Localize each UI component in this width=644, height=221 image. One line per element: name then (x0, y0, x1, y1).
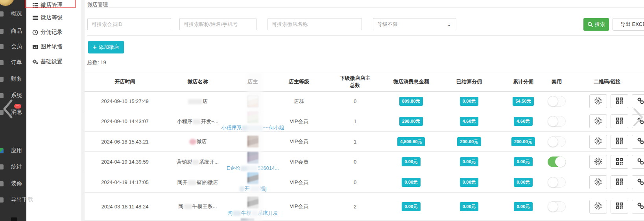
owner-link[interactable]: 开福] (239, 185, 267, 192)
disable-toggle[interactable] (548, 201, 566, 212)
text-segment: 开 (245, 186, 250, 192)
store-name-cell: 微店 (165, 132, 230, 152)
accrued-commission-cell: 54.50元 (504, 92, 543, 111)
submenu-item-5[interactable]: 基础设置 (26, 57, 82, 66)
miniprogram-qr-button[interactable] (589, 94, 607, 108)
miniprogram-qr-button[interactable] (589, 155, 607, 169)
submenu-item-1-active[interactable]: 微店管理 (26, 1, 82, 9)
submenu-item-4[interactable]: 图片轮播 (26, 42, 82, 51)
disable-toggle[interactable] (548, 96, 566, 107)
miniprogram-qr-icon (594, 157, 602, 167)
member-id-search-input[interactable] (87, 18, 171, 30)
text-segment: 店 (203, 98, 208, 104)
submenu-item-3[interactable]: 分佣记录 (26, 28, 82, 37)
amount-badge: 4,809.80元 (397, 137, 425, 146)
copy-link-button[interactable] (632, 94, 644, 108)
disable-toggle[interactable] (548, 136, 566, 147)
toggle-knob (548, 96, 558, 107)
copy-link-icon (637, 202, 644, 211)
submenu-item-label: 微店管理 (41, 2, 63, 9)
level-select[interactable]: 等级不限 ⌄ (373, 18, 456, 30)
owner-avatar (247, 197, 258, 208)
total-consumption-cell: 0.00元 (388, 172, 435, 193)
store-name-cell: 店 (165, 92, 230, 111)
column-header: 累计分佣 (504, 72, 543, 92)
qr-code-icon (616, 202, 623, 211)
miniprogram-qr-button[interactable] (589, 135, 607, 149)
sidebar-item-3[interactable]: 会员 (0, 42, 26, 51)
export-excel-button[interactable]: 导出 EXCEL (613, 18, 644, 31)
table-row: 2024-09-10 15:27:49店店群0809.80元0.00元54.50… (85, 92, 644, 111)
column-header: 下级微店店主总数 (323, 72, 388, 92)
miniprogram-qr-button[interactable] (589, 200, 607, 214)
toggle-knob (548, 201, 558, 212)
miniprogram-qr-button[interactable] (589, 175, 607, 189)
qr-code-icon (616, 137, 623, 146)
search-button[interactable]: 搜索 (583, 18, 609, 31)
qr-code-button[interactable] (611, 175, 628, 189)
qr-code-button[interactable] (611, 155, 628, 169)
sidebar-item-1[interactable]: 概况 (0, 9, 26, 18)
sidebar-item-2[interactable]: 商品 (0, 27, 26, 35)
qr-code-button[interactable] (611, 94, 628, 108)
column-header: 微店名称 (165, 72, 230, 92)
text-segment: 营销裂 (177, 159, 192, 165)
table-row: 2024-06-18 15:43:21微店VIP会员14,809.80元200.… (85, 132, 644, 152)
disable-cell (543, 152, 570, 172)
panel-gap (82, 0, 85, 221)
owner-cell: 小程序系~~何小姐 (230, 111, 275, 132)
nickname-search-input[interactable] (179, 18, 256, 30)
sidebar-item-8[interactable]: 应用 (0, 146, 26, 155)
filters-divider (87, 35, 644, 36)
copy-link-icon (637, 137, 644, 146)
store-name-cell: 陶牛模王系... (165, 193, 230, 221)
sidebar-item-9[interactable]: 统计 (0, 162, 26, 171)
store-name-cell: 陶开福]的微店 (165, 172, 230, 193)
submenu-item-label: 分佣记录 (41, 29, 63, 36)
sidebar-item-11[interactable]: 导出下载 (0, 195, 26, 204)
copy-link-button[interactable] (632, 155, 644, 169)
qr-code-button[interactable] (611, 135, 628, 149)
sidebar-item-5[interactable]: 财务 (0, 75, 26, 83)
miniprogram-qr-button[interactable] (589, 114, 607, 128)
disable-toggle[interactable] (548, 157, 566, 167)
disable-toggle[interactable] (548, 177, 566, 188)
qrcode-link-cell (570, 172, 644, 193)
owner-avatar (247, 111, 258, 123)
qr-code-icon (616, 178, 623, 187)
copy-link-button[interactable] (632, 135, 644, 149)
title-divider (87, 7, 644, 8)
avatar[interactable] (0, 0, 14, 6)
redacted-blur (189, 139, 196, 145)
column-header: 店主 (230, 72, 275, 92)
redacted-blur (233, 211, 241, 216)
qr-code-icon (616, 117, 623, 126)
qr-code-button[interactable] (611, 114, 628, 128)
owner-link[interactable]: 陶牛模系统开发 (227, 210, 278, 217)
copy-link-button[interactable] (632, 200, 644, 214)
sidebar-item-label: 会员 (11, 43, 22, 50)
chevron-down-icon: ⌄ (447, 21, 451, 27)
toggle-knob (548, 177, 558, 188)
sidebar-item-4[interactable]: 订单 (0, 58, 26, 67)
disable-toggle[interactable] (548, 116, 566, 127)
open-time-cell: 2024-04-19 14:39:59 (85, 152, 165, 172)
partial-row-avatar (241, 218, 254, 221)
settled-commission-cell: 4.60元 (435, 111, 504, 132)
copy-link-button[interactable] (632, 175, 644, 189)
amount-badge: 0.00元 (460, 157, 478, 166)
sidebar-item-10[interactable]: 装修 (0, 179, 26, 188)
store-name-search-input[interactable] (268, 18, 362, 30)
open-time-cell: 2024-03-18 11:48:24 (85, 193, 165, 221)
add-store-button[interactable]: + 添加微店 (88, 41, 124, 53)
submenu-item-2[interactable]: 微店等级 (26, 13, 82, 22)
owner-link[interactable]: E企盈526014... (227, 165, 279, 172)
sub-store-count-cell: 1 (323, 132, 388, 152)
list-icon (32, 2, 38, 8)
amount-badge: 0.00元 (514, 178, 532, 187)
store-name-cell: 小程序开发~... (165, 111, 230, 132)
miniprogram-qr-icon (594, 178, 602, 187)
qr-code-button[interactable] (611, 200, 628, 214)
owner-link[interactable]: 小程序系~~何小姐 (221, 124, 284, 131)
disable-cell (543, 111, 570, 132)
